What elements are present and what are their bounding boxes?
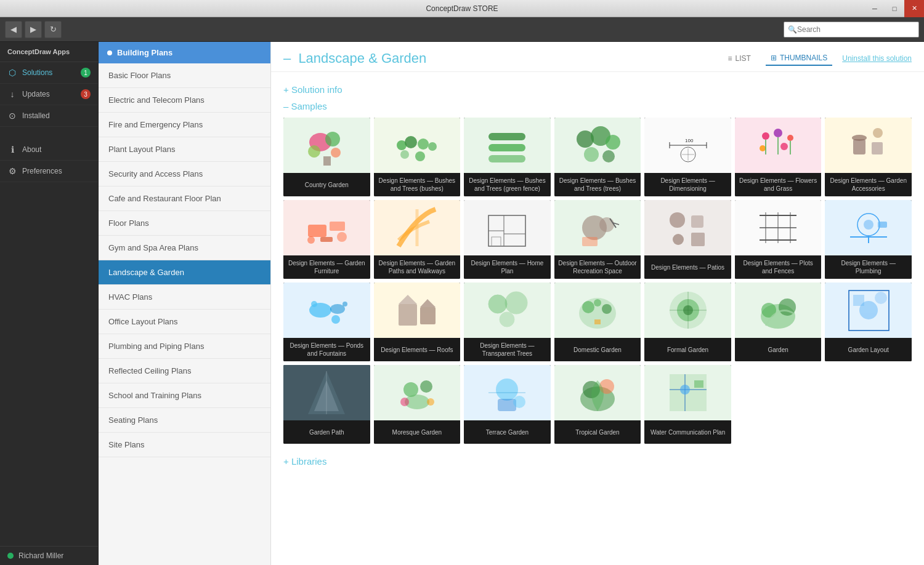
search-input[interactable] [797, 25, 914, 34]
title-prefix: – [283, 50, 291, 66]
svg-point-18 [602, 150, 615, 162]
uninstall-link[interactable]: Uninstall this solution [842, 54, 912, 63]
thumb-img-transparent-trees [464, 282, 551, 338]
thumb-terrace-garden[interactable]: Terrace Garden [464, 365, 551, 444]
user-status-dot [7, 553, 14, 559]
nav-item-office[interactable]: Office Layout Plans [99, 310, 270, 334]
thumb-label-patios: Design Elements — Patios [644, 255, 731, 279]
nav-item-fire[interactable]: Fire and Emergency Plans [99, 113, 270, 137]
thumb-patios[interactable]: Design Elements — Patios [644, 200, 731, 279]
svg-point-82 [602, 304, 612, 314]
forward-button[interactable]: ▶ [25, 21, 42, 38]
thumb-garden-paths[interactable]: Design Elements — Garden Paths and Walkw… [374, 200, 461, 279]
libraries-header[interactable]: + Libraries [283, 456, 912, 467]
samples-label: – Samples [283, 101, 327, 111]
title-text: Landscape & Garden [298, 50, 426, 66]
thumb-moresque-garden[interactable]: Moresque Garden [374, 365, 461, 444]
page-title: – Landscape & Garden [283, 50, 430, 66]
nav-item-security[interactable]: Security and Access Plans [99, 162, 270, 186]
sidebar-item-preferences[interactable]: ⚙ Preferences [0, 161, 98, 182]
thumb-tropical-garden[interactable]: Tropical Garden [554, 365, 641, 444]
nav-item-school[interactable]: School and Training Plans [99, 383, 270, 408]
thumbnails-icon: ⊞ [771, 54, 777, 62]
window-title: ConceptDraw STORE [426, 4, 498, 13]
svg-rect-95 [853, 295, 864, 306]
thumb-outdoor-rec[interactable]: Design Elements — Outdoor Recreation Spa… [554, 200, 641, 279]
sidebar-item-about[interactable]: ℹ About [0, 139, 98, 161]
nav-item-plant[interactable]: Plant Layout Plans [99, 137, 270, 162]
updates-icon: ↓ [7, 89, 17, 99]
thumb-garden-acc[interactable]: Design Elements — Garden Accessories [825, 118, 912, 196]
svg-point-81 [582, 301, 594, 313]
thumb-roofs[interactable]: Design Elements — Roofs [374, 282, 461, 361]
thumb-label-transparent-trees: Design Elements — Transparent Trees [464, 338, 551, 361]
thumb-dimensioning[interactable]: 100 Design Elements — Dimensioning [644, 118, 731, 196]
svg-rect-55 [673, 234, 684, 245]
thumb-country-garden[interactable]: Country Garden [283, 118, 370, 196]
sidebar-item-installed[interactable]: ⊙ Installed [0, 105, 98, 127]
thumb-garden-furn[interactable]: Design Elements — Garden Furniture [283, 200, 370, 279]
svg-point-27 [774, 129, 782, 137]
nav-item-cafe[interactable]: Cafe and Restaurant Floor Plan [99, 186, 270, 211]
thumb-garden-path[interactable]: Garden Path [283, 365, 370, 444]
svg-rect-74 [420, 307, 436, 324]
thumb-formal-garden[interactable]: Formal Garden [644, 282, 731, 361]
installed-icon: ⊙ [7, 111, 17, 121]
thumb-bushes-trees-t[interactable]: Design Elements — Bushes and Trees (tree… [554, 118, 641, 196]
thumb-transparent-trees[interactable]: Design Elements — Transparent Trees [464, 282, 551, 361]
thumb-garden-layout[interactable]: Garden Layout [825, 282, 912, 361]
thumb-img-tropical-garden [554, 365, 641, 420]
close-button[interactable]: ✕ [904, 0, 924, 17]
svg-rect-84 [594, 319, 601, 324]
nav-item-gym[interactable]: Gym and Spa Area Plans [99, 236, 270, 260]
thumb-water-comm[interactable]: Water Communication Plan [644, 365, 731, 444]
nav-item-hvac[interactable]: HVAC Plans [99, 285, 270, 310]
view-controls: ≡ LIST ⊞ THUMBNAILS [723, 51, 833, 66]
thumb-plumbing-de[interactable]: Design Elements — Plumbing [825, 200, 912, 279]
minimize-button[interactable]: ─ [865, 0, 885, 17]
thumb-img-formal-garden [644, 282, 731, 338]
list-view-button[interactable]: ≡ LIST [723, 52, 756, 65]
app-name: ConceptDraw Apps [0, 42, 98, 62]
svg-point-10 [415, 151, 425, 161]
solution-info-header[interactable]: + Solution info [283, 84, 912, 95]
thumb-bushes-green[interactable]: Design Elements — Bushes and Trees (gree… [464, 118, 551, 196]
svg-marker-75 [399, 295, 417, 304]
sidebar-item-solutions[interactable]: ⬡ Solutions 1 [0, 62, 98, 84]
nav-item-landscape[interactable]: Landscape & Garden [99, 260, 270, 285]
samples-header[interactable]: – Samples [283, 101, 912, 111]
thumbnail-view-button[interactable]: ⊞ THUMBNAILS [766, 51, 832, 66]
thumb-garden[interactable]: Garden [735, 282, 822, 361]
thumb-plots-fences[interactable]: Design Elements — Plots and Fences [735, 200, 822, 279]
nav-item-reflected[interactable]: Reflected Ceiling Plans [99, 359, 270, 383]
thumb-img-patios [644, 200, 731, 255]
refresh-button[interactable]: ↻ [44, 21, 62, 38]
left-sidebar: ConceptDraw Apps ⬡ Solutions 1 ↓ Updates… [0, 42, 99, 565]
thumb-img-domestic-garden [554, 282, 641, 338]
thumb-flowers-grass[interactable]: Design Elements — Flowers and Grass [735, 118, 822, 196]
maximize-button[interactable]: □ [885, 0, 904, 17]
thumb-domestic-garden[interactable]: Domestic Garden [554, 282, 641, 361]
svg-rect-11 [488, 133, 525, 140]
nav-item-plumbing[interactable]: Plumbing and Piping Plans [99, 334, 270, 359]
content-area: – Landscape & Garden ≡ LIST ⊞ THUMBNAILS… [271, 42, 924, 565]
svg-point-96 [875, 292, 887, 304]
nav-item-basic-floor[interactable]: Basic Floor Plans [99, 63, 270, 88]
thumb-bushes-trees[interactable]: Design Elements — Bushes and Trees (bush… [374, 118, 461, 196]
thumb-label-country-garden: Country Garden [283, 173, 370, 196]
svg-point-16 [606, 135, 620, 150]
svg-point-28 [787, 135, 793, 141]
thumb-label-garden-path: Garden Path [283, 420, 370, 444]
back-button[interactable]: ◀ [5, 21, 22, 38]
thumb-img-flowers-grass [735, 118, 822, 173]
thumb-home-plan[interactable]: Design Elements — Home Plan [464, 200, 551, 279]
thumb-img-water-comm [644, 365, 731, 420]
nav-item-floor[interactable]: Floor Plans [99, 211, 270, 236]
svg-text:100: 100 [685, 138, 694, 143]
nav-item-seating[interactable]: Seating Plans [99, 408, 270, 433]
nav-item-electric[interactable]: Electric and Telecom Plans [99, 88, 270, 113]
sidebar-item-updates[interactable]: ↓ Updates 3 [0, 84, 98, 105]
nav-item-site[interactable]: Site Plans [99, 433, 270, 457]
thumb-img-terrace-garden [464, 365, 551, 420]
thumb-ponds[interactable]: Design Elements — Ponds and Fountains [283, 282, 370, 361]
